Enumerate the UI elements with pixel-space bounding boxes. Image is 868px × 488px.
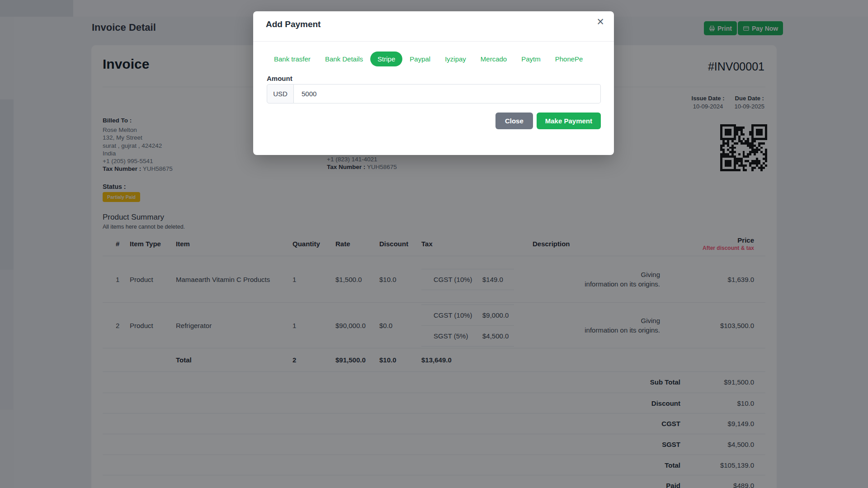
payment-tab[interactable]: Stripe xyxy=(370,52,402,66)
close-button[interactable]: Close xyxy=(495,113,533,129)
amount-input[interactable] xyxy=(294,84,601,103)
currency-prefix: USD xyxy=(267,84,294,103)
payment-tab[interactable]: Paypal xyxy=(402,52,438,66)
payment-tab[interactable]: PhonePe xyxy=(548,52,590,66)
add-payment-modal: Add Payment × Bank trasfer Bank Details … xyxy=(253,11,614,155)
payment-tab[interactable]: Paytm xyxy=(514,52,548,66)
make-payment-button[interactable]: Make Payment xyxy=(537,113,601,129)
amount-label: Amount xyxy=(267,75,601,82)
modal-actions: Close Make Payment xyxy=(267,113,601,129)
modal-title: Add Payment xyxy=(266,19,321,29)
modal-body: Bank trasfer Bank Details Stripe Paypal … xyxy=(253,42,614,129)
amount-input-group: USD xyxy=(267,84,601,103)
payment-tab[interactable]: Mercado xyxy=(473,52,514,66)
close-icon[interactable]: × xyxy=(597,16,604,28)
modal-header: Add Payment × xyxy=(253,11,614,42)
payment-tab[interactable]: Bank trasfer xyxy=(267,52,318,66)
payment-method-tabs: Bank trasfer Bank Details Stripe Paypal … xyxy=(267,52,601,66)
payment-tab[interactable]: Iyzipay xyxy=(438,52,473,66)
payment-tab[interactable]: Bank Details xyxy=(318,52,370,66)
